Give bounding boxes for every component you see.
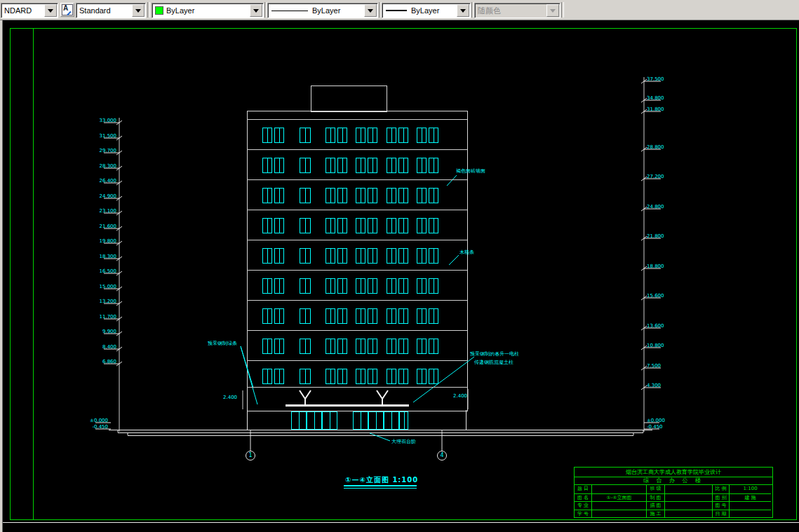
window bbox=[262, 128, 272, 143]
window bbox=[300, 308, 311, 324]
chevron-down-icon[interactable] bbox=[457, 4, 469, 17]
window bbox=[262, 339, 272, 354]
lineweight-combo[interactable]: ByLayer bbox=[382, 3, 471, 18]
elevation-label: 8.400 bbox=[90, 344, 116, 350]
window bbox=[337, 248, 347, 264]
window bbox=[429, 369, 438, 384]
chevron-down-icon[interactable] bbox=[132, 4, 145, 17]
text-style-dialog-button[interactable] bbox=[60, 3, 74, 17]
elevation-label: 27.200 bbox=[647, 174, 664, 179]
window bbox=[368, 278, 377, 294]
ground-elevation-label: ±0.000 bbox=[81, 418, 108, 423]
grid-bubble: 1 bbox=[246, 451, 255, 461]
frame-bottom-line bbox=[10, 519, 797, 520]
titleblock-cell: 日 期 bbox=[712, 510, 729, 518]
floor-line bbox=[247, 119, 467, 120]
text-style-icon bbox=[62, 4, 73, 15]
elevation-label: 26.400 bbox=[90, 178, 116, 184]
window bbox=[417, 339, 427, 354]
linetype-combo[interactable]: ByLayer bbox=[267, 3, 378, 18]
window bbox=[387, 339, 396, 354]
window-group bbox=[262, 128, 284, 143]
window-group bbox=[262, 369, 284, 384]
titleblock-cell bbox=[729, 501, 771, 510]
window bbox=[417, 128, 427, 143]
annotation: 预采钢制绿条 bbox=[208, 341, 237, 347]
window bbox=[398, 188, 408, 203]
ground-line bbox=[109, 430, 652, 430]
titleblock-cell bbox=[591, 501, 646, 510]
elevation-label: 19.800 bbox=[90, 238, 116, 244]
dim-style-combo[interactable]: Standard bbox=[76, 3, 146, 18]
elevation-label: 15.600 bbox=[647, 293, 664, 299]
window bbox=[337, 308, 347, 324]
window-group bbox=[387, 218, 408, 233]
window bbox=[274, 278, 284, 294]
linetype-value: ByLayer bbox=[308, 6, 364, 15]
window bbox=[398, 158, 408, 173]
chevron-down-icon bbox=[546, 4, 559, 17]
ground-elevation-label: -0.450 bbox=[81, 424, 108, 430]
window-group bbox=[300, 339, 311, 354]
building-left-wall-line bbox=[247, 410, 248, 430]
titleblock-grid: 题 目班 级比 例1:100图 名①-④立面图制 图图 别建 施专 业描 图图 … bbox=[575, 485, 772, 517]
window bbox=[429, 128, 438, 143]
text-style-combo[interactable]: NDARD bbox=[1, 3, 58, 18]
window bbox=[337, 158, 347, 173]
frame-left-line bbox=[10, 28, 11, 520]
window bbox=[387, 158, 396, 173]
window-group bbox=[417, 369, 438, 384]
ground-elevation-label: -0.450 bbox=[647, 424, 663, 430]
window-group bbox=[356, 128, 377, 143]
window bbox=[300, 278, 311, 294]
elevation-label: 4.300 bbox=[647, 383, 661, 388]
door-panel bbox=[307, 411, 322, 430]
window-group bbox=[325, 339, 347, 354]
elevation-label: 18.300 bbox=[90, 254, 116, 259]
window bbox=[356, 248, 365, 264]
window bbox=[368, 339, 377, 354]
titleblock-cell: 施 工 bbox=[646, 510, 664, 518]
window bbox=[387, 128, 396, 143]
titleblock-header: 烟台滨工商大学成人教育学院毕业设计 bbox=[575, 468, 772, 477]
window-group bbox=[262, 218, 284, 233]
annotation: 木格条 bbox=[459, 250, 474, 256]
window bbox=[356, 339, 365, 354]
window bbox=[337, 339, 347, 354]
window bbox=[417, 248, 427, 264]
window bbox=[274, 369, 284, 384]
titleblock-cell: 比 例 bbox=[712, 485, 729, 493]
floor-line bbox=[247, 360, 467, 361]
window-group bbox=[325, 308, 347, 324]
window bbox=[274, 128, 284, 143]
door-panel bbox=[291, 411, 307, 430]
window bbox=[398, 218, 408, 233]
window bbox=[398, 248, 408, 264]
window bbox=[387, 218, 396, 233]
toolbar-separator bbox=[147, 2, 150, 18]
drawing-canvas[interactable]: ①—④立面图 1:100 烟台滨工商大学成人教育学院毕业设计 综 合 办 公 楼… bbox=[0, 20, 799, 532]
window-group bbox=[325, 218, 347, 233]
window-group bbox=[356, 188, 377, 203]
annotation: 预采钢制的各升一电柱 bbox=[470, 351, 519, 357]
chevron-down-icon[interactable] bbox=[250, 4, 262, 17]
window-group bbox=[325, 369, 347, 384]
window-group bbox=[356, 158, 377, 173]
titleblock-cell: 题 目 bbox=[575, 485, 591, 493]
chevron-down-icon[interactable] bbox=[364, 4, 377, 17]
door-panel bbox=[353, 411, 368, 430]
window-group bbox=[325, 278, 347, 294]
window bbox=[300, 339, 311, 354]
window-group bbox=[387, 188, 408, 203]
door-panel bbox=[368, 411, 384, 430]
chevron-down-icon[interactable] bbox=[44, 4, 57, 17]
floor-line bbox=[247, 330, 467, 331]
lineweight-value: ByLayer bbox=[407, 6, 457, 15]
window bbox=[325, 278, 335, 294]
titleblock-cell: 图 别 bbox=[712, 493, 729, 502]
window bbox=[325, 188, 335, 203]
titleblock-cell: ①-④立面图 bbox=[591, 493, 646, 502]
object-color-combo[interactable]: ByLayer bbox=[152, 3, 264, 18]
elevation-label: 15.000 bbox=[90, 284, 116, 289]
window-group bbox=[262, 308, 284, 324]
